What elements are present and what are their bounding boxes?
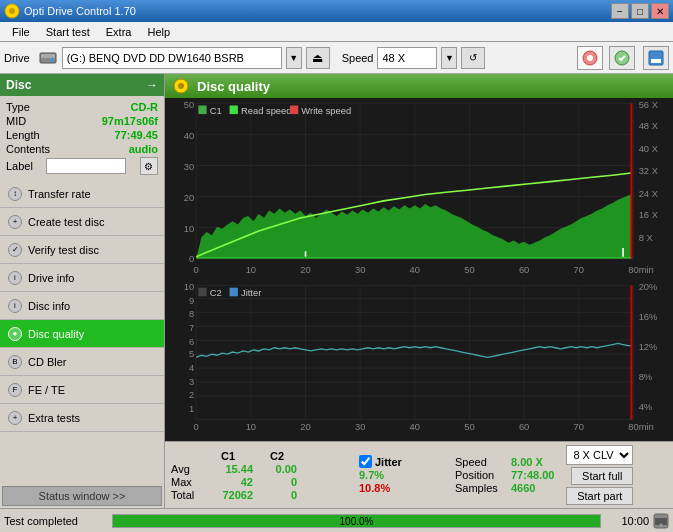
nav-disc-quality[interactable]: ● Disc quality: [0, 320, 164, 348]
svg-text:48 X: 48 X: [639, 120, 659, 131]
nav-cd-bler[interactable]: B CD Bler: [0, 348, 164, 376]
svg-text:5: 5: [189, 348, 194, 359]
menu-help[interactable]: Help: [139, 24, 178, 40]
disc-quality-chart-icon: [173, 78, 189, 94]
minimize-button[interactable]: −: [611, 3, 629, 19]
contents-label: Contents: [6, 143, 50, 155]
drive-selector[interactable]: (G:) BENQ DVD DD DW1640 BSRB: [62, 47, 282, 69]
svg-text:40: 40: [410, 264, 420, 275]
label-settings-button[interactable]: ⚙: [140, 157, 158, 175]
svg-text:16 X: 16 X: [639, 209, 659, 220]
main-content: Disc → Type CD-R MID 97m17s06f Length 77…: [0, 74, 673, 508]
svg-point-11: [178, 83, 184, 89]
disc-quality-icon: ●: [8, 327, 22, 341]
stats-bar: C1 C2 Avg 15.44 0.00 Max 42 0 Total 7206…: [165, 441, 673, 508]
chart-title: Disc quality: [197, 79, 270, 94]
title-bar: Opti Drive Control 1.70 − □ ✕: [0, 0, 673, 22]
status-window-button[interactable]: Status window >>: [2, 486, 162, 506]
jitter-checkbox[interactable]: [359, 455, 372, 468]
svg-rect-9: [651, 59, 661, 63]
max-label: Max: [171, 476, 199, 488]
status-bar: Test completed 100.0% 10:00: [0, 508, 673, 532]
drive-icon: [38, 48, 58, 68]
length-label: Length: [6, 129, 40, 141]
clv-speed-dropdown[interactable]: 8 X CLV: [566, 445, 633, 465]
disc-title: Disc: [6, 78, 31, 92]
mid-value: 97m17s06f: [102, 115, 158, 127]
nav-transfer-rate[interactable]: ↕ Transfer rate: [0, 180, 164, 208]
svg-text:10: 10: [246, 421, 256, 432]
max-c1-value: 42: [203, 476, 253, 488]
fe-te-icon: F: [8, 383, 22, 397]
svg-text:30: 30: [355, 264, 365, 275]
svg-text:8 X: 8 X: [639, 231, 654, 242]
menu-file[interactable]: File: [4, 24, 38, 40]
svg-text:Read speed: Read speed: [241, 105, 291, 116]
samples-value: 4660: [511, 482, 535, 494]
nav-list: ↕ Transfer rate + Create test disc ✓ Ver…: [0, 180, 164, 432]
nav-create-test-disc[interactable]: + Create test disc: [0, 208, 164, 236]
avg-jitter-value: 9.7%: [359, 469, 439, 481]
svg-text:Jitter: Jitter: [241, 287, 261, 298]
speed-stat-label: Speed: [455, 456, 507, 468]
svg-text:10: 10: [246, 264, 256, 275]
svg-text:60: 60: [519, 264, 529, 275]
nav-verify-test-disc[interactable]: ✓ Verify test disc: [0, 236, 164, 264]
menu-extra[interactable]: Extra: [98, 24, 140, 40]
speed-selector[interactable]: 48 X: [377, 47, 437, 69]
label-key: Label: [6, 160, 33, 172]
nav-drive-info[interactable]: i Drive info: [0, 264, 164, 292]
menu-bar: File Start test Extra Help: [0, 22, 673, 42]
svg-text:40: 40: [410, 421, 420, 432]
verify-test-disc-icon: ✓: [8, 243, 22, 257]
max-jitter-value: 10.8%: [359, 482, 439, 494]
title-bar-text: Opti Drive Control 1.70: [24, 5, 136, 17]
svg-rect-3: [41, 54, 55, 58]
close-button[interactable]: ✕: [651, 3, 669, 19]
svg-text:10: 10: [184, 281, 194, 292]
nav-fe-te[interactable]: F FE / TE: [0, 376, 164, 404]
toolbar-btn-1[interactable]: [577, 46, 603, 70]
svg-text:80: 80: [628, 264, 638, 275]
drive-dropdown-arrow[interactable]: ▼: [286, 47, 302, 69]
svg-text:0: 0: [189, 253, 194, 264]
svg-text:70: 70: [574, 264, 584, 275]
eject-button[interactable]: ⏏: [306, 47, 330, 69]
position-label: Position: [455, 469, 507, 481]
svg-text:12%: 12%: [639, 341, 658, 352]
toolbar-btn-3[interactable]: [643, 46, 669, 70]
svg-text:0: 0: [194, 264, 199, 275]
start-part-button[interactable]: Start part: [566, 487, 633, 505]
progress-bar: 100.0%: [112, 514, 601, 528]
create-test-disc-icon: +: [8, 215, 22, 229]
toolbar-btn-2[interactable]: [609, 46, 635, 70]
nav-extra-tests[interactable]: + Extra tests: [0, 404, 164, 432]
extra-tests-icon: +: [8, 411, 22, 425]
c2-header: C2: [257, 450, 297, 462]
svg-text:3: 3: [189, 376, 194, 387]
jitter-header: Jitter: [375, 456, 402, 468]
maximize-button[interactable]: □: [631, 3, 649, 19]
length-value: 77:49.45: [115, 129, 158, 141]
menu-start-test[interactable]: Start test: [38, 24, 98, 40]
total-c2-value: 0: [257, 489, 297, 501]
svg-text:60: 60: [519, 421, 529, 432]
right-panel: Disc quality: [165, 74, 673, 508]
start-full-button[interactable]: Start full: [571, 467, 633, 485]
app-icon: [4, 3, 20, 19]
status-time: 10:00: [609, 515, 649, 527]
speed-dropdown-arrow[interactable]: ▼: [441, 47, 457, 69]
svg-text:C1: C1: [210, 105, 222, 116]
transfer-rate-icon: ↕: [8, 187, 22, 201]
svg-rect-52: [198, 106, 206, 115]
svg-text:20%: 20%: [639, 281, 658, 292]
status-text: Test completed: [4, 515, 104, 527]
drive-bar: Drive (G:) BENQ DVD DD DW1640 BSRB ▼ ⏏ S…: [0, 42, 673, 74]
svg-text:16%: 16%: [639, 311, 658, 322]
nav-disc-info[interactable]: i Disc info: [0, 292, 164, 320]
avg-c1-value: 15.44: [203, 463, 253, 475]
label-input[interactable]: [46, 158, 126, 174]
disc-info-icon: i: [8, 299, 22, 313]
speed-apply-button[interactable]: ↺: [461, 47, 485, 69]
svg-text:40 X: 40 X: [639, 142, 659, 153]
